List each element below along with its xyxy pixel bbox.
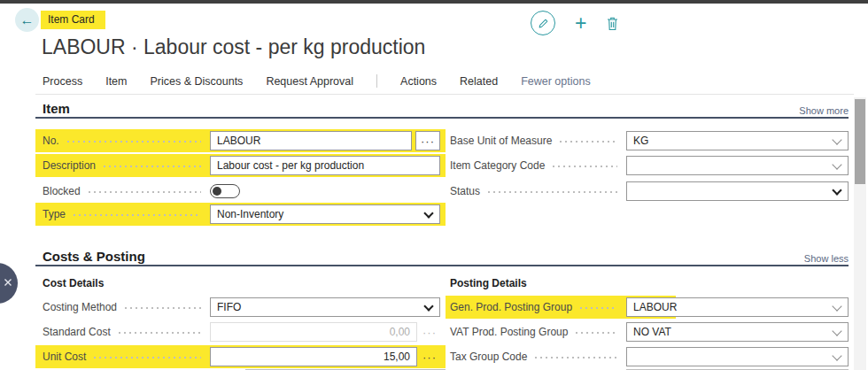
chevron-down-icon xyxy=(423,301,433,311)
chevron-down-icon xyxy=(423,208,433,218)
field-label-costing-method: Costing Method xyxy=(43,301,117,313)
leader-dots xyxy=(123,296,201,319)
vertical-scrollbar[interactable] xyxy=(854,97,866,370)
standard-cost-input: 0,00 xyxy=(210,322,417,342)
leader-dots xyxy=(87,180,201,203)
field-label-gen-prod-posting-group: Gen. Prod. Posting Group xyxy=(450,301,572,313)
leader-dots xyxy=(102,154,201,177)
item-section-header: Item Show more xyxy=(35,101,849,116)
unit-cost-input[interactable]: 15,00 xyxy=(210,347,417,366)
section-title-item: Item xyxy=(35,101,70,116)
toggle-knob-icon xyxy=(213,187,221,196)
menu-item-request-approval[interactable]: Request Approval xyxy=(266,75,353,88)
scrollbar-thumb[interactable] xyxy=(855,99,865,184)
close-x-icon xyxy=(4,278,12,287)
leader-dots xyxy=(574,320,617,343)
leader-dots xyxy=(533,345,617,368)
subheading-posting-details: Posting Details xyxy=(450,277,527,289)
chevron-down-icon xyxy=(832,301,841,311)
costs-section-rule xyxy=(35,265,849,266)
show-more-link[interactable]: Show more xyxy=(799,105,849,116)
menu-item-prices-discounts[interactable]: Prices & Discounts xyxy=(150,75,243,88)
field-label-tax-group-code: Tax Group Code xyxy=(450,351,527,363)
menu-item-actions[interactable]: Actions xyxy=(400,75,437,88)
delete-button[interactable] xyxy=(606,16,619,31)
field-row-vat-prod-posting-group: VAT Prod. Posting Group NO VAT xyxy=(446,320,849,343)
field-row-status: Status xyxy=(446,180,849,203)
tax-group-code-combobox[interactable] xyxy=(626,347,849,366)
field-label-unit-cost: Unit Cost xyxy=(43,351,86,363)
menu-item-related[interactable]: Related xyxy=(460,75,498,88)
field-row-base-unit: Base Unit of Measure KG xyxy=(446,129,849,152)
field-label-type: Type xyxy=(43,208,66,220)
item-category-combobox[interactable] xyxy=(626,156,849,175)
add-plus-icon: + xyxy=(575,12,586,35)
vat-prod-posting-group-combobox[interactable]: NO VAT xyxy=(626,322,849,342)
field-label-blocked: Blocked xyxy=(43,185,81,197)
unit-cost-assist-edit-button[interactable]: ··· xyxy=(422,351,440,364)
field-row-gen-prod-posting-group: Gen. Prod. Posting Group LABOUR xyxy=(446,296,849,319)
section-title-costs-posting: Costs & Posting xyxy=(35,249,145,264)
no-input[interactable]: LABOUR xyxy=(210,131,412,150)
type-select[interactable]: Non-Inventory xyxy=(210,204,440,224)
costs-section-header: Costs & Posting Show less xyxy=(35,249,849,264)
field-label-description: Description xyxy=(43,159,96,172)
leader-dots xyxy=(558,129,617,152)
field-label-base-unit: Base Unit of Measure xyxy=(450,135,552,147)
field-label-item-category: Item Category Code xyxy=(450,159,545,172)
chevron-down-icon xyxy=(832,135,841,144)
item-section-rule xyxy=(35,117,849,119)
field-row-blocked: Blocked xyxy=(35,180,446,203)
page-actions: + xyxy=(531,11,619,35)
edit-pencil-icon xyxy=(537,17,550,30)
standard-cost-assist-edit-button[interactable]: ··· xyxy=(422,326,440,339)
leader-dots xyxy=(92,345,201,368)
field-label-status: Status xyxy=(450,185,480,197)
no-assist-edit-button[interactable]: ··· xyxy=(415,131,440,150)
costing-method-select[interactable]: FIFO xyxy=(210,297,440,317)
base-unit-combobox[interactable]: KG xyxy=(626,131,849,150)
description-input[interactable]: Labour cost - per kg production xyxy=(210,156,440,175)
edit-button[interactable] xyxy=(531,11,555,35)
leader-dots xyxy=(486,180,617,203)
back-button[interactable]: ← xyxy=(15,8,39,32)
field-row-type: Type Non-Inventory xyxy=(35,203,446,226)
chevron-down-icon xyxy=(832,159,841,169)
field-row-description: Description Labour cost - per kg product… xyxy=(35,154,446,177)
menubar-rule xyxy=(35,94,854,95)
menu-item-fewer-options[interactable]: Fewer options xyxy=(521,75,591,88)
status-select[interactable] xyxy=(626,181,849,201)
breadcrumb[interactable]: Item Card xyxy=(41,11,105,29)
leader-dots xyxy=(72,203,201,226)
gen-prod-posting-group-combobox[interactable]: LABOUR xyxy=(626,297,849,317)
show-less-link[interactable]: Show less xyxy=(804,253,849,264)
leader-dots xyxy=(66,129,201,152)
delete-trash-icon xyxy=(606,16,619,31)
new-button[interactable]: + xyxy=(573,13,588,34)
page-title: LABOUR · Labour cost - per kg production xyxy=(42,35,425,59)
menu-item-process[interactable]: Process xyxy=(43,75,82,88)
pane-close-button[interactable] xyxy=(0,263,18,304)
field-label-vat-prod-posting-group: VAT Prod. Posting Group xyxy=(450,326,568,338)
leader-dots xyxy=(578,296,617,319)
field-row-no: No. LABOUR ··· xyxy=(35,129,446,152)
blocked-toggle[interactable] xyxy=(210,184,240,198)
action-menubar: Process Item Prices & Discounts Request … xyxy=(43,74,591,88)
chevron-down-icon xyxy=(832,185,841,195)
field-row-item-category: Item Category Code xyxy=(446,154,849,177)
chevron-down-icon xyxy=(832,351,841,360)
back-arrow-icon: ← xyxy=(20,12,35,28)
leader-dots xyxy=(551,154,617,177)
field-row-standard-cost: Standard Cost 0,00 ··· xyxy=(35,320,446,343)
chevron-down-icon xyxy=(832,326,841,335)
menu-item-item[interactable]: Item xyxy=(105,75,127,88)
item-card-page: ← Item Card + LABOUR · Labour cost - per… xyxy=(0,0,868,370)
field-label-no: No. xyxy=(43,135,59,147)
menubar-divider xyxy=(376,74,377,88)
field-row-unit-cost: Unit Cost 15,00 ··· xyxy=(35,345,446,368)
subheading-cost-details: Cost Details xyxy=(43,277,104,289)
leader-dots xyxy=(117,320,201,343)
window-top-strip xyxy=(0,0,868,4)
field-row-costing-method: Costing Method FIFO xyxy=(35,296,446,319)
field-label-standard-cost: Standard Cost xyxy=(43,326,111,338)
